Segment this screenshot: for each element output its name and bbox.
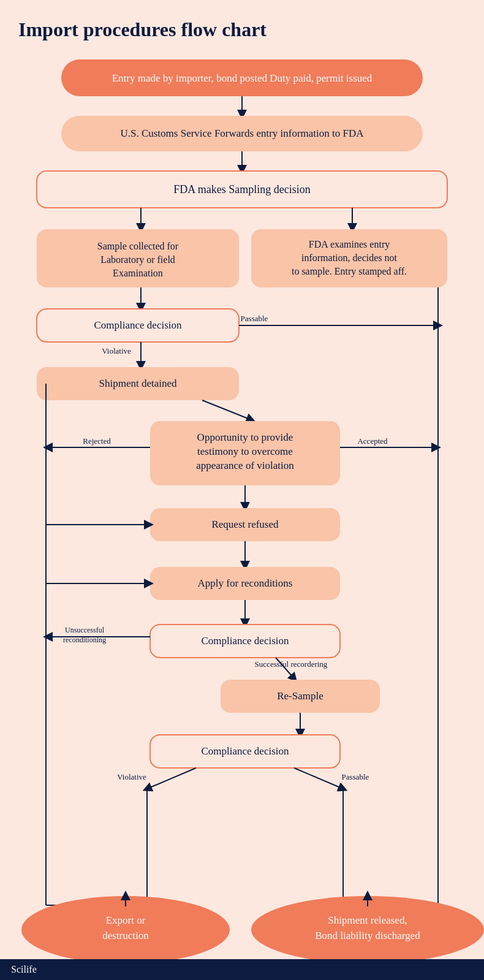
svg-text:Violative: Violative xyxy=(102,346,131,355)
svg-text:testimony to overcome: testimony to overcome xyxy=(197,446,293,457)
node-entry-text: Entry made by importer, bond posted Duty… xyxy=(112,72,372,84)
svg-text:Rejected: Rejected xyxy=(83,436,111,446)
svg-text:Accepted: Accepted xyxy=(357,436,388,446)
svg-text:appearance of violation: appearance of violation xyxy=(196,460,294,471)
node-fda-sampling-text: FDA makes Sampling decision xyxy=(173,183,311,196)
node-customs-text: U.S. Customs Service Forwards entry info… xyxy=(120,127,364,139)
node-shipment-released-text: Shipment released, xyxy=(328,914,407,926)
node-sample-collected-text: Sample collected for xyxy=(97,241,179,252)
svg-text:Passable: Passable xyxy=(241,314,268,323)
svg-text:Unsuccessful: Unsuccessful xyxy=(65,626,105,634)
svg-text:Violative: Violative xyxy=(117,772,146,781)
svg-text:FDA examines entry: FDA examines entry xyxy=(309,239,390,250)
footer-brand: Scilife xyxy=(11,964,37,974)
node-export-text: Export or xyxy=(106,914,146,926)
svg-line-39 xyxy=(147,768,196,789)
svg-text:Bond liability discharged: Bond liability discharged xyxy=(315,930,420,941)
svg-text:Successful recordering: Successful recordering xyxy=(255,659,328,669)
node-shipment-detained-text: Shipment detained xyxy=(99,378,177,389)
svg-text:destruction: destruction xyxy=(102,930,149,941)
svg-text:Examination: Examination xyxy=(113,268,163,278)
node-resample-text: Re-Sample xyxy=(277,690,323,702)
node-apply-reconditions-text: Apply for reconditions xyxy=(198,577,293,589)
node-compliance-1-text: Compliance decision xyxy=(94,319,182,331)
svg-line-41 xyxy=(294,768,343,789)
svg-text:to sample. Entry stamped aff.: to sample. Entry stamped aff. xyxy=(292,266,407,277)
flowchart-svg: Entry made by importer, bond posted Duty… xyxy=(12,53,472,960)
svg-text:Laboratory or field: Laboratory or field xyxy=(100,254,175,265)
node-compliance-2-text: Compliance decision xyxy=(201,635,289,647)
svg-text:Passable: Passable xyxy=(342,772,369,781)
svg-line-17 xyxy=(202,400,251,420)
svg-text:information, decides not: information, decides not xyxy=(301,253,398,263)
node-request-refused-text: Request refused xyxy=(211,518,279,530)
node-compliance-3-text: Compliance decision xyxy=(201,745,289,757)
svg-text:Opportunity to provide: Opportunity to provide xyxy=(197,431,293,443)
page-title: Import procedures flow chart xyxy=(0,0,484,53)
